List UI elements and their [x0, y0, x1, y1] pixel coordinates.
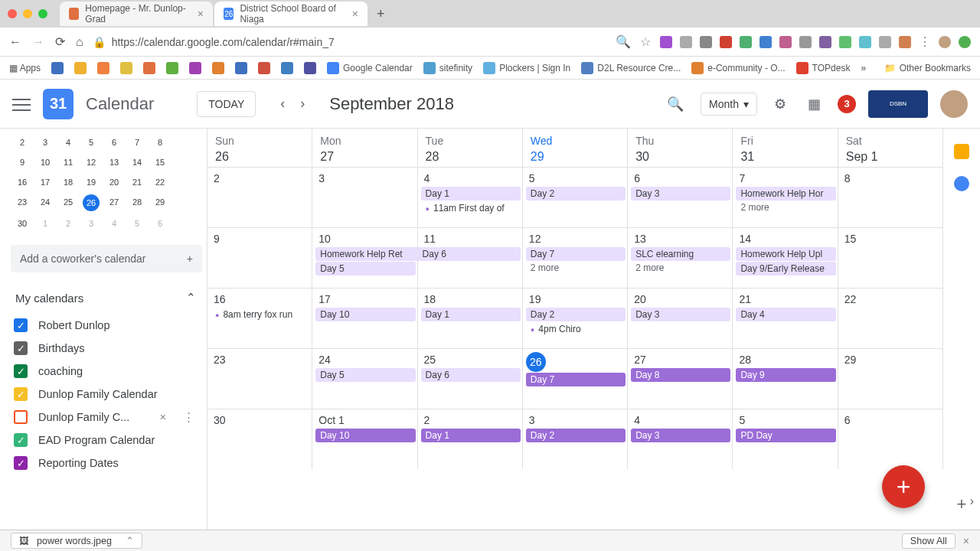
show-all-downloads-button[interactable]: Show All	[902, 533, 956, 549]
extension-icon[interactable]	[899, 36, 911, 48]
reload-button[interactable]: ⟳	[55, 34, 65, 49]
calendar-cell[interactable]: 5Day 2	[523, 167, 628, 227]
extension-icon[interactable]	[779, 36, 792, 48]
calendar-event[interactable]: 4pm Chiro	[526, 322, 626, 336]
bookmark[interactable]: TOPdesk	[796, 62, 851, 74]
browser-tab[interactable]: 26 District School Board of Niaga ×	[214, 2, 368, 26]
bookmark-icon[interactable]	[51, 62, 64, 74]
calendar-cell[interactable]: 18Day 1	[418, 288, 523, 348]
calendar-grid[interactable]: Sun26Mon27Tue28Wed29Thu30Fri31SatSep 123…	[207, 129, 943, 530]
mini-date[interactable]: 21	[126, 174, 149, 190]
calendar-event[interactable]: Day 1	[421, 187, 521, 201]
calendar-cell[interactable]: 19Day 24pm Chiro	[523, 288, 628, 348]
create-event-button[interactable]: +	[882, 465, 925, 508]
menu-icon[interactable]: ⋮	[919, 34, 931, 49]
mini-date[interactable]: 23	[11, 194, 34, 210]
address-bar[interactable]: 🔒 https://calendar.google.com/calendar/r…	[93, 36, 606, 48]
more-events[interactable]: 2 more	[736, 201, 835, 214]
calendar-cell[interactable]: 21Day 4	[733, 288, 838, 348]
bookmark-icon[interactable]	[304, 62, 316, 74]
more-events[interactable]: 2 more	[631, 262, 730, 274]
mini-date[interactable]: 1	[34, 216, 57, 231]
bookmark-icon[interactable]	[97, 62, 109, 74]
mini-date[interactable]: 7	[126, 135, 149, 150]
plus-icon[interactable]: +	[187, 253, 193, 265]
mini-date[interactable]: 25	[57, 194, 80, 210]
view-selector[interactable]: Month ▾	[701, 93, 757, 116]
calendar-cell[interactable]: 15	[838, 227, 943, 288]
mini-date[interactable]: 3	[80, 216, 103, 231]
bookmark-icon[interactable]	[166, 62, 178, 74]
add-addon-button[interactable]: +	[957, 494, 967, 530]
remove-calendar-icon[interactable]: ×	[154, 411, 172, 423]
mini-date[interactable]: 5	[126, 216, 149, 231]
calendar-cell[interactable]: 30	[207, 409, 312, 469]
calendar-cell[interactable]: 4Day 111am First day of	[418, 167, 523, 227]
bookmark[interactable]: Plockers | Sign In	[483, 62, 570, 74]
maximize-window-button[interactable]	[38, 9, 47, 18]
extension-icon[interactable]	[959, 36, 971, 48]
close-downloads-button[interactable]: ×	[963, 535, 969, 547]
calendar-event[interactable]: Day 9/Early Release	[736, 262, 835, 276]
mini-date[interactable]: 6	[149, 216, 172, 231]
bookmark-icon[interactable]	[143, 62, 155, 74]
mini-date[interactable]: 2	[11, 135, 34, 150]
calendar-item[interactable]: Dunlop Family C...×⋮	[11, 406, 202, 429]
bookmark[interactable]: D2L Resource Cre...	[581, 62, 681, 74]
calendar-event[interactable]: Day 2	[526, 187, 626, 201]
notifications-badge[interactable]: 3	[838, 95, 856, 113]
bookmark-icon[interactable]	[120, 62, 132, 74]
calendar-event[interactable]: Day 6	[418, 247, 521, 261]
next-month-button[interactable]: ›	[300, 96, 305, 112]
bookmark-icon[interactable]	[258, 62, 270, 74]
calendar-event[interactable]: PD Day	[736, 429, 835, 442]
calendar-event[interactable]: Homework Help Upl	[736, 247, 835, 261]
apps-grid-button[interactable]: ▦	[803, 91, 825, 117]
calendar-event[interactable]: Day 10	[315, 308, 415, 321]
extension-icon[interactable]	[720, 36, 732, 48]
new-tab-button[interactable]: +	[369, 6, 393, 22]
close-tab-icon[interactable]: ×	[352, 8, 358, 20]
mini-date[interactable]: 16	[11, 174, 34, 190]
mini-date[interactable]: 26	[83, 194, 100, 211]
calendar-event[interactable]: Homework Help Ret	[315, 247, 416, 261]
download-item[interactable]: 🖼 power words.jpeg ⌃	[11, 533, 142, 549]
calendar-checkbox[interactable]: ✓	[14, 456, 28, 470]
bookmark-icon[interactable]	[189, 62, 201, 74]
mini-date[interactable]: 6	[103, 135, 126, 150]
calendar-event[interactable]: Day 1	[421, 429, 521, 442]
calendar-cell[interactable]: 24Day 5	[312, 348, 417, 409]
mini-date[interactable]: 11	[57, 155, 80, 170]
mini-date[interactable]: 27	[103, 194, 126, 210]
calendar-cell[interactable]: 6Day 3	[628, 167, 733, 227]
calendar-item[interactable]: ✓EAD Program Calendar	[11, 429, 202, 452]
calendar-event[interactable]: Day 1	[421, 308, 521, 321]
calendar-cell[interactable]: 8	[838, 167, 943, 227]
calendar-cell[interactable]: 23	[207, 348, 312, 409]
mini-date[interactable]: 4	[103, 216, 126, 231]
bookmark-icon[interactable]	[74, 62, 87, 74]
calendar-cell[interactable]: 17Day 10	[312, 288, 417, 348]
calendar-checkbox[interactable]: ✓	[14, 433, 28, 447]
prev-month-button[interactable]: ‹	[280, 96, 285, 112]
calendar-checkbox[interactable]: ✓	[14, 387, 28, 401]
calendar-event[interactable]: Day 5	[315, 368, 415, 382]
mini-date[interactable]: 20	[103, 174, 126, 190]
calendar-event[interactable]: Day 2	[526, 308, 626, 321]
account-avatar[interactable]	[940, 90, 968, 118]
calendar-event[interactable]: Day 7	[526, 247, 626, 261]
settings-button[interactable]: ⚙	[769, 91, 791, 117]
keep-icon[interactable]	[954, 144, 969, 159]
calendar-checkbox[interactable]	[14, 410, 28, 424]
calendar-cell[interactable]: 9	[207, 227, 312, 288]
star-icon[interactable]: ☆	[640, 34, 651, 49]
add-coworker-input[interactable]: Add a coworker's calendar +	[11, 245, 202, 272]
calendar-cell[interactable]: 168am terry fox run	[207, 288, 312, 348]
calendar-cell[interactable]: 7Homework Help Hor2 more	[733, 167, 838, 227]
extension-icon[interactable]	[819, 36, 831, 48]
apps-button[interactable]: ▦ Apps	[9, 63, 41, 73]
browser-tab[interactable]: Homepage - Mr. Dunlop- Grad ×	[60, 2, 213, 26]
chevron-up-icon[interactable]: ⌃	[126, 535, 134, 546]
calendar-item[interactable]: ✓coaching	[11, 360, 202, 383]
close-tab-icon[interactable]: ×	[198, 8, 204, 20]
